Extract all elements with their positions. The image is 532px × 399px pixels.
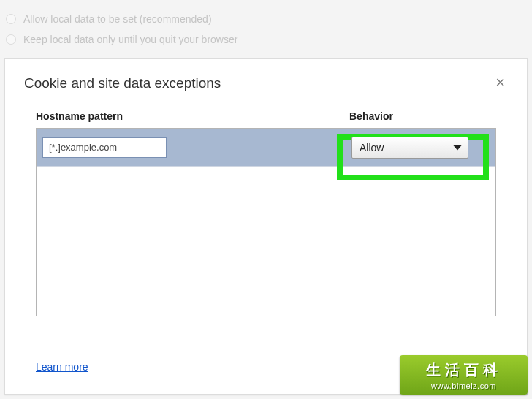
chevron-down-icon (453, 145, 462, 150)
exception-row[interactable]: Allow (37, 129, 495, 167)
modal-title: Cookie and site data exceptions (24, 75, 493, 91)
hostname-cell (42, 137, 354, 158)
behavior-cell: Allow (354, 137, 490, 159)
behavior-select-value: Allow (360, 142, 384, 153)
column-headers: Hostname pattern Behavior (5, 104, 527, 128)
behavior-select[interactable]: Allow (352, 137, 468, 159)
close-icon[interactable]: × (493, 75, 508, 90)
watermark-text: 生活百科 (426, 360, 502, 380)
watermark-stamp: 生活百科 www.bimeiz.com (400, 355, 528, 395)
cookie-exceptions-modal: Cookie and site data exceptions × Hostna… (4, 58, 528, 395)
header-hostname: Hostname pattern (36, 110, 346, 122)
header-behavior: Behavior (346, 110, 496, 122)
modal-header: Cookie and site data exceptions × (5, 59, 527, 104)
exceptions-list: Allow (36, 128, 496, 316)
learn-more-link[interactable]: Learn more (36, 361, 88, 373)
hostname-input[interactable] (42, 137, 167, 158)
watermark-url: www.bimeiz.com (431, 381, 496, 390)
